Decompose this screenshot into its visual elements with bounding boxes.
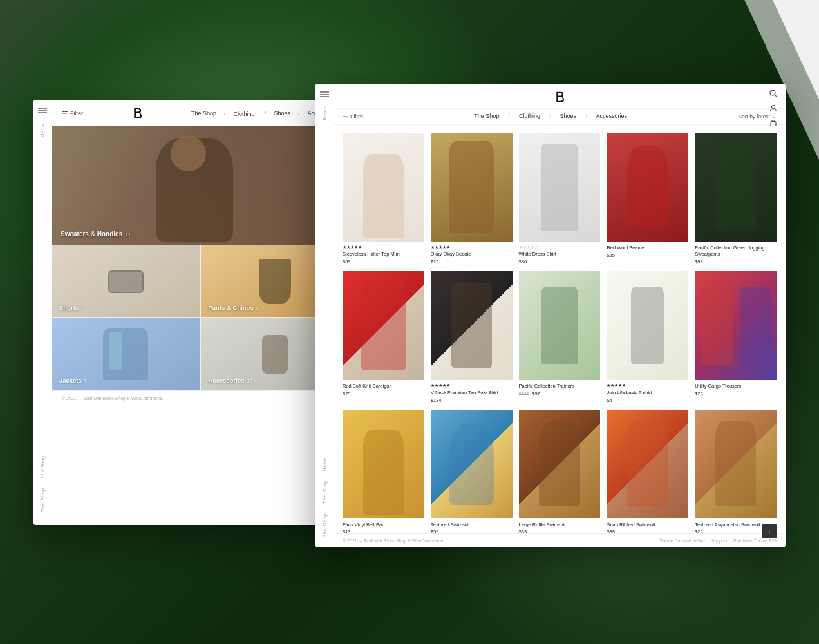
product-card-5[interactable]: Pacific Collection Green Jogging Sweatpa… — [695, 133, 777, 265]
hero-overlay — [52, 126, 349, 245]
footer-support[interactable]: Support — [711, 538, 728, 543]
img-content-5 — [695, 133, 777, 242]
cart-icon — [769, 119, 777, 127]
product-image-5 — [695, 133, 777, 242]
product-name-11: Faux Vinyl Belt Bag — [343, 522, 424, 528]
img-content-8 — [519, 271, 601, 380]
menu-icon-left[interactable] — [38, 108, 47, 113]
right-footer-links: Theme Documentation Support Purchase The… — [659, 538, 777, 543]
user-icon — [769, 104, 777, 112]
product-price-8: $127 $97 — [519, 391, 601, 397]
hero-bg — [52, 126, 349, 245]
product-name-2: Okay Okay Beanie — [431, 251, 513, 258]
img-content-3 — [519, 133, 601, 242]
product-card-10[interactable]: Utility Cargo Trousers $26 — [695, 271, 777, 403]
nav-shoes-right[interactable]: Shoes — [560, 113, 576, 120]
accessories-label: Accessories 12 — [209, 377, 252, 384]
product-image-12 — [431, 410, 513, 518]
footer-purchase[interactable]: Purchase Theme $39 — [733, 538, 777, 543]
product-card-3[interactable]: ★★★★☆ White Dress Shirt $80 — [519, 133, 601, 265]
nav-shop-left[interactable]: The Shop — [191, 110, 216, 117]
product-card-4[interactable]: Red Wool Beanie $25 — [607, 133, 688, 265]
category-shorts[interactable]: Shorts 7 — [52, 245, 200, 317]
product-card-8[interactable]: Pacific Collection Trainers $127 $97 — [519, 271, 601, 403]
figure-6 — [361, 281, 406, 370]
product-name-6: Red Soft Knit Cardigan — [343, 383, 424, 390]
figure-13 — [539, 421, 579, 506]
menu-icon-right[interactable] — [320, 91, 329, 97]
product-card-9[interactable]: ★★★★★ Join Life basic T-shirt $6 — [607, 271, 688, 403]
product-name-3: White Dress Shirt — [519, 251, 601, 258]
user-button[interactable] — [767, 102, 779, 114]
svg-point-5 — [772, 106, 775, 109]
img-content-13 — [519, 410, 601, 518]
product-name-13: Large Ruffle Swimsuit — [519, 522, 601, 528]
jackets-label: Jackets 5 — [59, 377, 87, 384]
right-filter-btn[interactable]: Filter — [343, 113, 363, 120]
product-card-1[interactable]: ★★★★★ Sleeveless Halter Top Mimi $69 — [343, 133, 424, 265]
product-image-2 — [431, 133, 513, 242]
img-content-2 — [431, 133, 513, 242]
right-footer: © 2021 — Built with Stock Shop & WooComm… — [334, 533, 786, 547]
watch-shape — [108, 270, 144, 293]
search-icon — [769, 90, 777, 97]
sidebar-label-shop: The Shop — [41, 488, 45, 512]
product-name-1: Sleeveless Halter Top Mimi — [343, 251, 424, 258]
product-price-6: $25 — [343, 391, 424, 397]
product-image-3 — [519, 133, 601, 242]
nav-shop-right[interactable]: The Shop — [474, 113, 499, 120]
sidebar-label-blog: The Blog — [41, 455, 45, 478]
product-price-7: $134 — [431, 397, 513, 403]
nav-accessories-right[interactable]: Accessories — [596, 113, 628, 120]
product-card-11[interactable]: Faux Vinyl Belt Bag $13 — [343, 410, 424, 533]
img-content-9 — [607, 271, 688, 380]
product-image-7 — [431, 271, 513, 380]
search-button[interactable] — [767, 88, 779, 99]
svg-point-3 — [770, 90, 775, 95]
left-filter-btn[interactable]: Filter — [62, 110, 83, 117]
img-content-15 — [695, 410, 777, 518]
cart-button[interactable] — [767, 117, 779, 129]
sidebar-label-menu: Menu — [41, 124, 45, 138]
product-grid: ★★★★★ Sleeveless Halter Top Mimi $69 ★★★… — [334, 125, 786, 533]
product-price-3: $80 — [519, 259, 601, 265]
product-image-6 — [343, 271, 424, 380]
left-main: Filter The Shop / Clothing7 / Shoes / Ac… — [52, 100, 349, 525]
nav-clothing-left[interactable]: Clothing7 — [234, 110, 257, 117]
product-image-4 — [607, 133, 688, 242]
product-price-1: $69 — [343, 259, 424, 265]
img-content-4 — [607, 133, 688, 242]
product-price-4: $25 — [607, 252, 688, 258]
figure-7 — [451, 283, 492, 368]
nav-clothing-right[interactable]: Clothing — [519, 113, 540, 120]
img-content-11 — [343, 410, 424, 518]
figure-15 — [715, 421, 756, 506]
logo-icon-right — [552, 90, 567, 104]
right-nav: The Shop / Clothing / Shoes / Accessorie… — [474, 113, 627, 120]
product-card-15[interactable]: Textured Asymmetric Swimsuit $25 — [695, 410, 777, 533]
product-card-2[interactable]: ★★★★★ Okay Okay Beanie $25 — [431, 133, 513, 265]
nav-shoes-left[interactable]: Shoes — [274, 110, 290, 117]
product-card-7[interactable]: ★★★★★ V-Neck Premium Tan Polo Shirt $134 — [431, 271, 513, 403]
left-hero-image[interactable]: Sweaters & Hoodies 21 — [52, 126, 349, 245]
sidebar-blog: The Blog — [323, 480, 327, 504]
img-content-10 — [695, 271, 777, 380]
product-card-13[interactable]: Large Ruffle Swimsuit $39 — [519, 410, 601, 533]
pants-shape — [259, 259, 291, 304]
product-card-14[interactable]: Snap Ribbed Swimsuit $39 — [607, 410, 688, 533]
product-name-5: Pacific Collection Green Jogging Sweatpa… — [695, 245, 777, 258]
figure-4 — [627, 146, 668, 228]
sidebar-menu-right: Menu — [323, 106, 327, 120]
product-image-8 — [519, 271, 601, 380]
left-header: Filter The Shop / Clothing7 / Shoes / Ac… — [52, 100, 349, 126]
footer-theme-doc[interactable]: Theme Documentation — [659, 538, 705, 543]
product-card-12[interactable]: Textured Swimsuit $59 — [431, 410, 513, 533]
product-name-14: Snap Ribbed Swimsuit — [607, 522, 688, 528]
right-main: Filter The Shop / Clothing / Shoes / Acc… — [334, 84, 786, 547]
header-icons-right — [767, 88, 779, 129]
product-name-4: Red Wool Beanie — [607, 245, 688, 251]
product-card-6[interactable]: Red Soft Knit Cardigan $25 — [343, 271, 424, 403]
figure-5 — [715, 144, 756, 231]
category-jackets[interactable]: Jackets 5 — [52, 318, 200, 390]
scroll-to-top-btn[interactable]: ↑ — [762, 524, 777, 538]
